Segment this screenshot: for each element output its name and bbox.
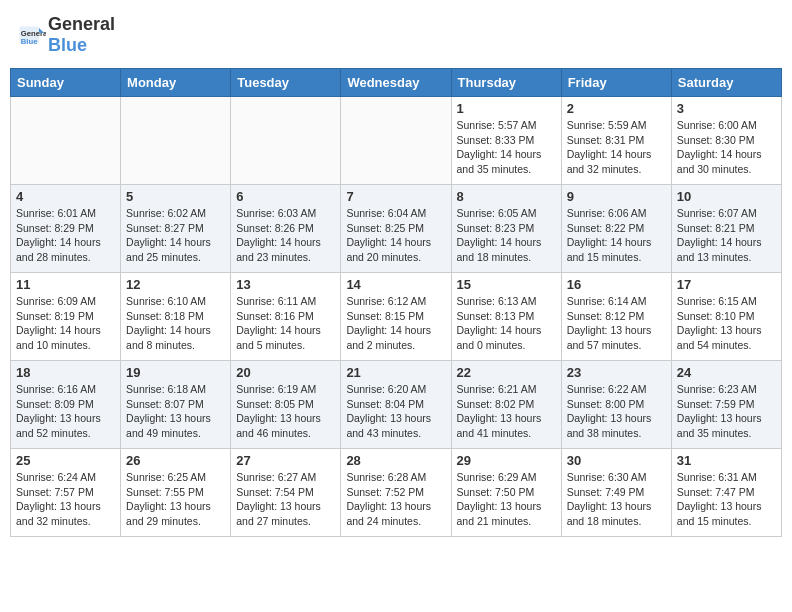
calendar-cell: 7Sunrise: 6:04 AMSunset: 8:25 PMDaylight… bbox=[341, 185, 451, 273]
calendar-cell: 2Sunrise: 5:59 AMSunset: 8:31 PMDaylight… bbox=[561, 97, 671, 185]
calendar-cell: 27Sunrise: 6:27 AMSunset: 7:54 PMDayligh… bbox=[231, 449, 341, 537]
day-info: Sunrise: 6:21 AMSunset: 8:02 PMDaylight:… bbox=[457, 382, 556, 441]
day-number: 9 bbox=[567, 189, 666, 204]
calendar-header-row: SundayMondayTuesdayWednesdayThursdayFrid… bbox=[11, 69, 782, 97]
calendar-week-1: 1Sunrise: 5:57 AMSunset: 8:33 PMDaylight… bbox=[11, 97, 782, 185]
calendar-cell bbox=[231, 97, 341, 185]
day-number: 14 bbox=[346, 277, 445, 292]
column-header-wednesday: Wednesday bbox=[341, 69, 451, 97]
calendar-table: SundayMondayTuesdayWednesdayThursdayFrid… bbox=[10, 68, 782, 537]
calendar-cell: 29Sunrise: 6:29 AMSunset: 7:50 PMDayligh… bbox=[451, 449, 561, 537]
day-info: Sunrise: 6:02 AMSunset: 8:27 PMDaylight:… bbox=[126, 206, 225, 265]
day-number: 18 bbox=[16, 365, 115, 380]
day-info: Sunrise: 6:05 AMSunset: 8:23 PMDaylight:… bbox=[457, 206, 556, 265]
calendar-cell: 3Sunrise: 6:00 AMSunset: 8:30 PMDaylight… bbox=[671, 97, 781, 185]
day-number: 22 bbox=[457, 365, 556, 380]
calendar-cell: 20Sunrise: 6:19 AMSunset: 8:05 PMDayligh… bbox=[231, 361, 341, 449]
calendar-cell: 5Sunrise: 6:02 AMSunset: 8:27 PMDaylight… bbox=[121, 185, 231, 273]
calendar-cell: 31Sunrise: 6:31 AMSunset: 7:47 PMDayligh… bbox=[671, 449, 781, 537]
day-number: 25 bbox=[16, 453, 115, 468]
calendar-cell bbox=[11, 97, 121, 185]
day-info: Sunrise: 6:31 AMSunset: 7:47 PMDaylight:… bbox=[677, 470, 776, 529]
calendar-cell bbox=[121, 97, 231, 185]
day-info: Sunrise: 6:06 AMSunset: 8:22 PMDaylight:… bbox=[567, 206, 666, 265]
day-number: 15 bbox=[457, 277, 556, 292]
calendar-cell bbox=[341, 97, 451, 185]
day-number: 3 bbox=[677, 101, 776, 116]
calendar-cell: 12Sunrise: 6:10 AMSunset: 8:18 PMDayligh… bbox=[121, 273, 231, 361]
day-number: 31 bbox=[677, 453, 776, 468]
day-info: Sunrise: 6:18 AMSunset: 8:07 PMDaylight:… bbox=[126, 382, 225, 441]
calendar-cell: 23Sunrise: 6:22 AMSunset: 8:00 PMDayligh… bbox=[561, 361, 671, 449]
day-info: Sunrise: 6:04 AMSunset: 8:25 PMDaylight:… bbox=[346, 206, 445, 265]
calendar-week-4: 18Sunrise: 6:16 AMSunset: 8:09 PMDayligh… bbox=[11, 361, 782, 449]
day-number: 4 bbox=[16, 189, 115, 204]
day-number: 28 bbox=[346, 453, 445, 468]
calendar-cell: 17Sunrise: 6:15 AMSunset: 8:10 PMDayligh… bbox=[671, 273, 781, 361]
day-info: Sunrise: 6:27 AMSunset: 7:54 PMDaylight:… bbox=[236, 470, 335, 529]
day-info: Sunrise: 6:14 AMSunset: 8:12 PMDaylight:… bbox=[567, 294, 666, 353]
logo: General Blue General Blue bbox=[18, 14, 115, 56]
svg-text:Blue: Blue bbox=[21, 37, 38, 46]
day-number: 2 bbox=[567, 101, 666, 116]
day-number: 7 bbox=[346, 189, 445, 204]
day-info: Sunrise: 6:15 AMSunset: 8:10 PMDaylight:… bbox=[677, 294, 776, 353]
day-info: Sunrise: 6:09 AMSunset: 8:19 PMDaylight:… bbox=[16, 294, 115, 353]
day-info: Sunrise: 6:03 AMSunset: 8:26 PMDaylight:… bbox=[236, 206, 335, 265]
day-info: Sunrise: 6:22 AMSunset: 8:00 PMDaylight:… bbox=[567, 382, 666, 441]
day-info: Sunrise: 6:28 AMSunset: 7:52 PMDaylight:… bbox=[346, 470, 445, 529]
day-info: Sunrise: 6:29 AMSunset: 7:50 PMDaylight:… bbox=[457, 470, 556, 529]
header: General Blue General Blue bbox=[10, 10, 782, 60]
day-number: 30 bbox=[567, 453, 666, 468]
day-info: Sunrise: 6:12 AMSunset: 8:15 PMDaylight:… bbox=[346, 294, 445, 353]
calendar-cell: 10Sunrise: 6:07 AMSunset: 8:21 PMDayligh… bbox=[671, 185, 781, 273]
day-number: 13 bbox=[236, 277, 335, 292]
logo-blue: Blue bbox=[48, 35, 87, 55]
day-number: 16 bbox=[567, 277, 666, 292]
day-info: Sunrise: 5:59 AMSunset: 8:31 PMDaylight:… bbox=[567, 118, 666, 177]
column-header-tuesday: Tuesday bbox=[231, 69, 341, 97]
calendar-cell: 25Sunrise: 6:24 AMSunset: 7:57 PMDayligh… bbox=[11, 449, 121, 537]
calendar-cell: 28Sunrise: 6:28 AMSunset: 7:52 PMDayligh… bbox=[341, 449, 451, 537]
logo-general: General bbox=[48, 14, 115, 34]
day-info: Sunrise: 6:30 AMSunset: 7:49 PMDaylight:… bbox=[567, 470, 666, 529]
day-info: Sunrise: 6:20 AMSunset: 8:04 PMDaylight:… bbox=[346, 382, 445, 441]
calendar-cell: 6Sunrise: 6:03 AMSunset: 8:26 PMDaylight… bbox=[231, 185, 341, 273]
calendar-cell: 14Sunrise: 6:12 AMSunset: 8:15 PMDayligh… bbox=[341, 273, 451, 361]
day-info: Sunrise: 6:11 AMSunset: 8:16 PMDaylight:… bbox=[236, 294, 335, 353]
calendar-cell: 19Sunrise: 6:18 AMSunset: 8:07 PMDayligh… bbox=[121, 361, 231, 449]
column-header-sunday: Sunday bbox=[11, 69, 121, 97]
calendar-cell: 24Sunrise: 6:23 AMSunset: 7:59 PMDayligh… bbox=[671, 361, 781, 449]
calendar-cell: 4Sunrise: 6:01 AMSunset: 8:29 PMDaylight… bbox=[11, 185, 121, 273]
calendar-cell: 18Sunrise: 6:16 AMSunset: 8:09 PMDayligh… bbox=[11, 361, 121, 449]
calendar-cell: 22Sunrise: 6:21 AMSunset: 8:02 PMDayligh… bbox=[451, 361, 561, 449]
calendar-cell: 8Sunrise: 6:05 AMSunset: 8:23 PMDaylight… bbox=[451, 185, 561, 273]
column-header-saturday: Saturday bbox=[671, 69, 781, 97]
day-info: Sunrise: 6:24 AMSunset: 7:57 PMDaylight:… bbox=[16, 470, 115, 529]
day-number: 26 bbox=[126, 453, 225, 468]
day-number: 21 bbox=[346, 365, 445, 380]
calendar-cell: 16Sunrise: 6:14 AMSunset: 8:12 PMDayligh… bbox=[561, 273, 671, 361]
column-header-monday: Monday bbox=[121, 69, 231, 97]
day-number: 20 bbox=[236, 365, 335, 380]
calendar-cell: 15Sunrise: 6:13 AMSunset: 8:13 PMDayligh… bbox=[451, 273, 561, 361]
day-number: 23 bbox=[567, 365, 666, 380]
day-number: 8 bbox=[457, 189, 556, 204]
day-info: Sunrise: 6:23 AMSunset: 7:59 PMDaylight:… bbox=[677, 382, 776, 441]
calendar-cell: 9Sunrise: 6:06 AMSunset: 8:22 PMDaylight… bbox=[561, 185, 671, 273]
column-header-friday: Friday bbox=[561, 69, 671, 97]
day-info: Sunrise: 5:57 AMSunset: 8:33 PMDaylight:… bbox=[457, 118, 556, 177]
calendar-cell: 21Sunrise: 6:20 AMSunset: 8:04 PMDayligh… bbox=[341, 361, 451, 449]
day-number: 6 bbox=[236, 189, 335, 204]
day-number: 12 bbox=[126, 277, 225, 292]
day-info: Sunrise: 6:16 AMSunset: 8:09 PMDaylight:… bbox=[16, 382, 115, 441]
day-info: Sunrise: 6:10 AMSunset: 8:18 PMDaylight:… bbox=[126, 294, 225, 353]
day-number: 11 bbox=[16, 277, 115, 292]
calendar-cell: 30Sunrise: 6:30 AMSunset: 7:49 PMDayligh… bbox=[561, 449, 671, 537]
day-info: Sunrise: 6:19 AMSunset: 8:05 PMDaylight:… bbox=[236, 382, 335, 441]
calendar-week-3: 11Sunrise: 6:09 AMSunset: 8:19 PMDayligh… bbox=[11, 273, 782, 361]
day-info: Sunrise: 6:25 AMSunset: 7:55 PMDaylight:… bbox=[126, 470, 225, 529]
day-info: Sunrise: 6:13 AMSunset: 8:13 PMDaylight:… bbox=[457, 294, 556, 353]
column-header-thursday: Thursday bbox=[451, 69, 561, 97]
day-number: 10 bbox=[677, 189, 776, 204]
